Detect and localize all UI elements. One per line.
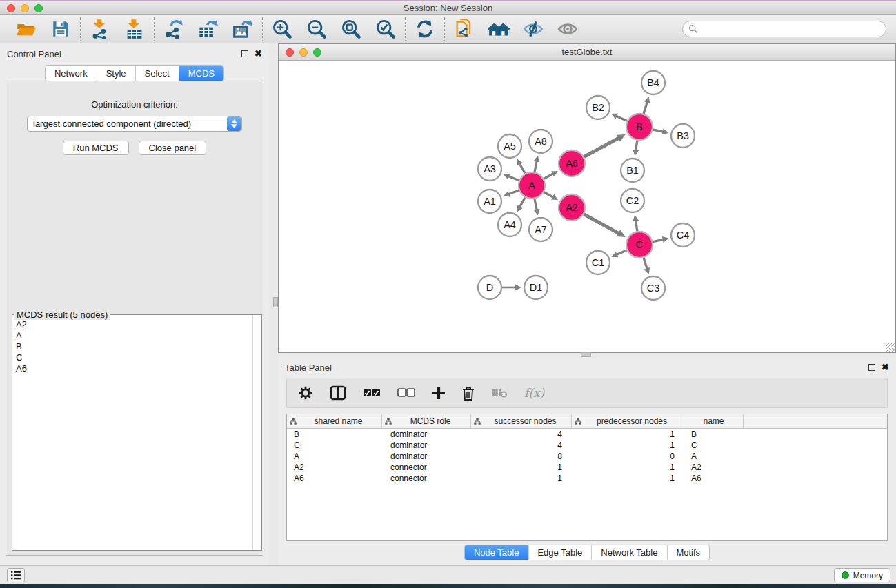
zoom-selected-button[interactable] [375, 18, 397, 40]
graph-edge[interactable] [636, 221, 637, 232]
select-all-columns-button[interactable] [363, 388, 381, 398]
zoom-out-icon [306, 19, 327, 39]
show-column-button[interactable] [330, 385, 346, 401]
graph-edge[interactable] [519, 163, 525, 173]
delete-columns-button[interactable] [462, 386, 475, 401]
mcds-result-item[interactable]: A [16, 330, 249, 341]
criterion-dropdown[interactable]: largest connected component (directed) [27, 116, 242, 132]
new-network-button[interactable] [453, 18, 475, 40]
graph-edge[interactable] [508, 190, 519, 194]
search-field[interactable] [682, 21, 886, 37]
tab-select[interactable]: Select [135, 66, 179, 81]
export-image-button[interactable] [232, 18, 254, 40]
table-row[interactable]: Bdominator41B [287, 429, 887, 440]
graph-edge[interactable] [636, 141, 637, 151]
graph-edge[interactable] [519, 197, 525, 207]
refresh-view-button[interactable] [414, 18, 436, 40]
graph-edge[interactable] [653, 239, 664, 241]
graph-edge[interactable] [535, 199, 537, 210]
tab-style[interactable]: Style [97, 66, 135, 81]
table-row[interactable]: Adominator80A [287, 451, 887, 462]
tab-node-table[interactable]: Node Table [465, 545, 528, 560]
mcds-result-item[interactable]: C [16, 352, 249, 363]
table-cell: A6 [287, 474, 382, 483]
table-cell: dominator [382, 429, 471, 439]
mcds-result-item[interactable]: A6 [16, 363, 249, 374]
table-cell: 1 [471, 463, 572, 472]
table-row[interactable]: A6connector11A6 [287, 473, 887, 484]
zoom-out-button[interactable] [306, 18, 328, 40]
export-table-button[interactable] [197, 18, 219, 40]
graph-edge[interactable] [644, 102, 647, 114]
result-scrollbar[interactable] [252, 315, 261, 550]
task-history-button[interactable] [7, 568, 25, 582]
close-panel-icon[interactable]: ✖ [255, 50, 262, 57]
graph-edge[interactable] [653, 130, 664, 132]
desktop-wallpaper-strip [0, 584, 896, 588]
table-row[interactable]: Cdominator41C [287, 440, 887, 451]
deselect-all-columns-button[interactable] [397, 388, 415, 398]
mcds-result-item[interactable]: A2 [16, 319, 249, 330]
column-type-icon [474, 418, 481, 425]
open-session-button[interactable] [15, 18, 37, 40]
graph-edge[interactable] [616, 116, 627, 121]
run-mcds-button[interactable]: Run MCDS [63, 141, 129, 155]
graph-edge[interactable] [544, 192, 553, 197]
hide-panels-button[interactable] [522, 18, 544, 40]
table-row[interactable]: A2connector11A2 [287, 462, 887, 473]
control-panel-tabs: Network Style Select MCDS [45, 65, 224, 81]
table-cell: A [287, 452, 382, 461]
network-canvas[interactable]: A5A8A6A3AA1A2A4A7B4B2BB3B1C2CC4C1C3DD1 [279, 61, 895, 352]
node-label: A6 [566, 158, 578, 169]
column-header[interactable]: successor nodes [471, 414, 572, 428]
vertical-scrollbar-stub[interactable] [273, 297, 278, 307]
column-header[interactable]: shared name [287, 414, 382, 428]
network-window-titlebar[interactable]: testGlobe.txt [279, 44, 895, 61]
save-session-button[interactable] [50, 18, 72, 40]
home-button[interactable] [488, 18, 510, 40]
mcds-result-item[interactable]: B [16, 341, 249, 352]
float-panel-icon[interactable] [241, 50, 248, 57]
show-panels-button[interactable] [557, 18, 579, 40]
memory-button[interactable]: Memory [834, 568, 890, 582]
tab-mcds[interactable]: MCDS [179, 66, 223, 81]
search-input[interactable] [698, 24, 880, 34]
import-table-button[interactable] [123, 18, 146, 40]
control-panel: Control Panel ✖ Network Style Select MCD… [0, 43, 269, 565]
export-network-button[interactable] [163, 18, 185, 40]
zoom-fit-button[interactable] [340, 18, 362, 40]
create-column-button[interactable] [432, 386, 446, 400]
zoom-in-button[interactable] [271, 18, 293, 40]
close-panel-button[interactable]: Close panel [139, 141, 207, 155]
close-table-panel-icon[interactable]: ✖ [882, 364, 889, 371]
graph-edge[interactable] [644, 258, 647, 269]
table-cell: 1 [471, 474, 572, 483]
graph-edge[interactable] [508, 176, 519, 181]
node-table: shared nameMCDS rolesuccessor nodesprede… [286, 414, 888, 541]
column-header[interactable]: predecessor nodes [572, 414, 684, 428]
column-header[interactable]: name [684, 414, 744, 428]
column-type-icon [290, 418, 297, 425]
trash-icon [462, 386, 475, 401]
edge-arrowhead [662, 236, 669, 243]
graph-edge[interactable] [544, 174, 553, 179]
table-header-row: shared nameMCDS rolesuccessor nodesprede… [287, 414, 887, 429]
float-table-panel-icon[interactable] [868, 364, 875, 371]
tab-network[interactable]: Network [46, 66, 97, 81]
column-header[interactable]: MCDS role [382, 414, 471, 428]
checked-checkboxes-icon [363, 388, 381, 398]
graph-edge[interactable] [617, 250, 627, 255]
table-cell: A6 [684, 474, 744, 483]
graph-edge[interactable] [584, 138, 619, 156]
tab-edge-table[interactable]: Edge Table [528, 545, 591, 560]
table-settings-button[interactable] [298, 385, 313, 401]
horizontal-scrollbar-stub[interactable] [581, 352, 591, 357]
resize-grip-icon[interactable] [886, 343, 895, 352]
graph-edge[interactable] [584, 214, 619, 234]
tab-network-table[interactable]: Network Table [591, 545, 666, 560]
tab-motifs[interactable]: Motifs [666, 545, 709, 560]
table-cell: connector [382, 474, 471, 483]
graph-edge[interactable] [535, 161, 537, 172]
node-label: A4 [504, 219, 516, 230]
import-network-button[interactable] [89, 18, 111, 40]
